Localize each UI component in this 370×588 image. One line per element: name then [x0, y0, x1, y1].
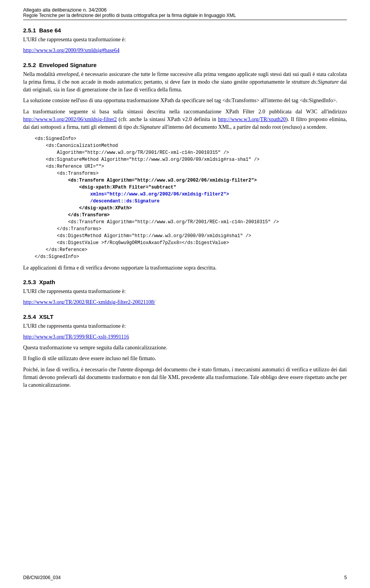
section-253-link[interactable]: http://www.w3.org/TR/2002/REC-xmldsig-fi…	[23, 298, 347, 306]
section-253-para1: L'URI che rappresenta questa trasformazi…	[23, 288, 347, 295]
para3-mid: (cfr. anche la sintassi XPath v2.0 defin…	[117, 116, 218, 122]
para3-end2: all'interno del documento XML, a partire…	[161, 124, 327, 130]
page: Allegato alla deliberazione n. 34/2006 R…	[0, 0, 370, 588]
code-line-2: <ds:CanonicalizationMethod	[35, 143, 118, 148]
code-line-15: <ds:DigestMethod Algorithm="http://www.w…	[35, 233, 251, 239]
section-254-link[interactable]: http://www.w3.org/TR/1999/REC-xslt-19991…	[23, 333, 347, 341]
section-251-title: Base 64	[39, 27, 61, 34]
section-253-link-anchor[interactable]: http://www.w3.org/TR/2002/REC-xmldsig-fi…	[23, 299, 155, 305]
section-254-para2: Questa trasformazione va sempre seguita …	[23, 344, 347, 352]
para3-italic: ds:Signature	[133, 124, 161, 130]
code-line-17: </ds:Reference>	[35, 247, 87, 253]
page-header: Allegato alla deliberazione n. 34/2006 R…	[23, 7, 347, 20]
code-line-4: <ds:SignatureMethod Algorithm="http://ww…	[35, 157, 259, 162]
code-line-3: Algorithm="http://www.w3.org/TR/2001/REC…	[35, 150, 229, 155]
section-253-num: 2.5.3	[23, 279, 36, 285]
section-253-title: Xpath	[39, 279, 55, 285]
section-254-heading: 2.5.4 XSLT	[23, 313, 347, 320]
section-254-para3: Il foglio di stile utilizzato deve esser…	[23, 355, 347, 362]
section-254-para1: L'URI che rappresenta questa trasformazi…	[23, 322, 347, 330]
para1-start: Nella modalità	[23, 71, 57, 77]
code-line-8: <dsig-xpath:XPath Filter="subtract"	[35, 185, 176, 190]
header-line1: Allegato alla deliberazione n. 34/2006	[23, 7, 347, 13]
code-line-14: </ds:Transforms>	[35, 226, 101, 232]
section-252-para2: La soluzione consiste nell'uso di una op…	[23, 97, 347, 104]
para1-italic: enveloped	[57, 71, 79, 77]
section-252-num: 2.5.2	[23, 62, 36, 68]
section-252-title: Enveloped Signature	[39, 62, 96, 68]
code-line-16: <ds:DigestValue >f/Rcq6wu9gORMioxAxaof7p…	[35, 240, 229, 246]
section-254-num: 2.5.4	[23, 313, 36, 320]
footer-left: DB/CNI/2006_034	[23, 575, 61, 580]
section-251-link[interactable]: http://www.w3.org/2000/09/xmldsig#base64	[23, 47, 347, 54]
code-line-9: xmlns="http://www.w3.org/2002/06/xmldsig…	[35, 192, 229, 197]
section-252-link2[interactable]: http://www.w3.org/TR/xpath20	[218, 116, 286, 122]
code-line-6: <ds:Transforms>	[35, 171, 99, 176]
section-254-link-anchor[interactable]: http://www.w3.org/TR/1999/REC-xslt-19991…	[23, 334, 129, 340]
header-line2: Regole Tecniche per la definizione del p…	[23, 13, 347, 18]
section-254-title: XSLT	[39, 313, 53, 320]
code-line-7: <ds:Transform Algorithm="http://www.w3.o…	[35, 178, 257, 183]
code-line-10: /descendant::ds:Signature	[35, 199, 160, 204]
footer-right: 5	[344, 575, 347, 580]
para1-italic2: ds:Signature	[311, 79, 339, 85]
code-line-5: <ds:Reference URI="">	[35, 164, 104, 169]
section-254-para4: Poiché, in fase di verifica, è necessari…	[23, 366, 347, 389]
section-251-heading: 2.5.1 Base 64	[23, 27, 347, 34]
page-footer: DB/CNI/2006_034 5	[23, 575, 347, 580]
section-253-heading: 2.5.3 Xpath	[23, 279, 347, 285]
para3-start: La trasformazione seguente si basa sulla…	[23, 109, 347, 115]
section-251-num: 2.5.1	[23, 27, 36, 34]
section-252-para1: Nella modalità enveloped, è necessario a…	[23, 71, 347, 94]
code-block: <ds:SignedInfo> <ds:CanonicalizationMeth…	[35, 135, 347, 260]
section-251-link-anchor[interactable]: http://www.w3.org/2000/09/xmldsig#base64	[23, 47, 119, 53]
section-252-para-after: Le applicazioni di firma e di verifica d…	[23, 264, 347, 272]
code-line-12: </ds:Transform>	[35, 212, 109, 218]
code-line-1: <ds:SignedInfo>	[35, 136, 76, 142]
code-line-11: </dsig-xpath:XPath>	[35, 206, 132, 211]
section-252-para3: La trasformazione seguente si basa sulla…	[23, 108, 347, 131]
section-251-para1: L'URI che rappresenta questa trasformazi…	[23, 36, 347, 44]
code-line-18: </ds:SignedInfo>	[35, 254, 79, 259]
code-line-13: <ds:Transform Algorithm="http://www.w3.o…	[35, 219, 279, 225]
section-252-link1[interactable]: http://www.w3.org/2002/06/xmldsig-filter…	[23, 116, 117, 122]
section-252-heading: 2.5.2 Enveloped Signature	[23, 62, 347, 68]
